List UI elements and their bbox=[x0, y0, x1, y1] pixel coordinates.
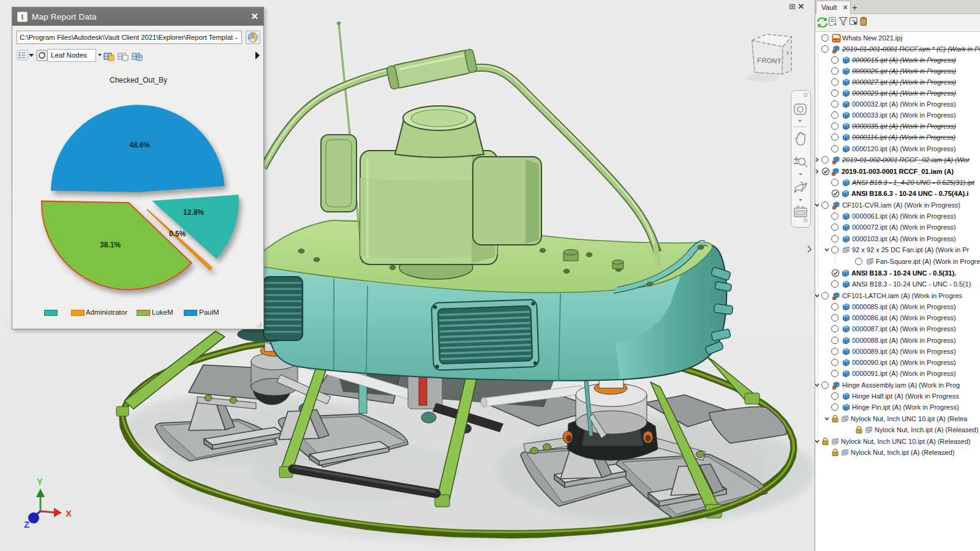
svg-text:FRONT: FRONT bbox=[757, 56, 782, 65]
svg-text:Z: Z bbox=[24, 519, 29, 530]
svg-text:Y: Y bbox=[37, 476, 43, 487]
svg-text:48.6%: 48.6% bbox=[129, 141, 150, 149]
svg-text:38.1%: 38.1% bbox=[100, 241, 121, 249]
svg-text:12.8%: 12.8% bbox=[183, 208, 204, 217]
svg-text:X: X bbox=[66, 508, 72, 519]
svg-text:0.5%: 0.5% bbox=[169, 230, 186, 238]
